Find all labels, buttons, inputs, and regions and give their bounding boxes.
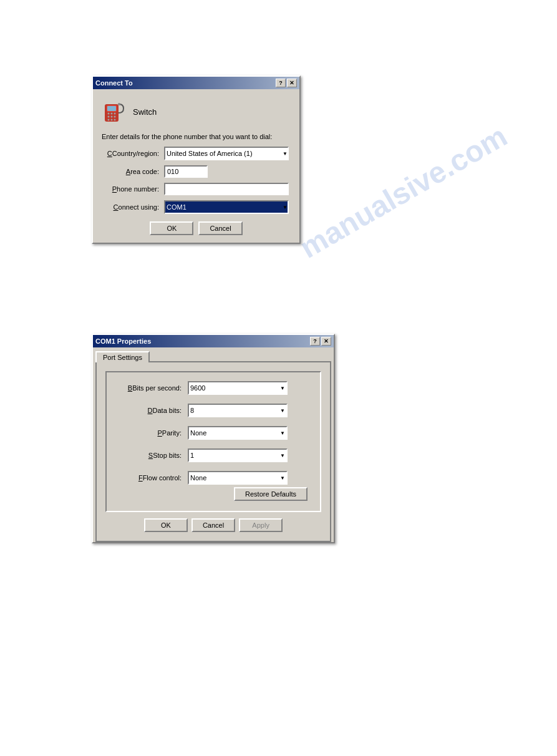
flow-control-row: FFlow control: None [119,471,308,485]
com1-titlebar-buttons: ? ✕ [310,337,331,346]
restore-defaults-button[interactable]: Restore Defaults [234,487,308,501]
connect-to-titlebar: Connect To ? ✕ [93,77,299,89]
settings-panel: BBits per second: 9600 DData bits: 8 [105,371,321,512]
data-bits-select[interactable]: 8 [188,404,288,417]
svg-point-11 [114,119,116,121]
connect-to-body: Switch Enter details for the phone numbe… [93,89,299,243]
svg-point-5 [114,113,116,115]
country-select-wrapper: United States of America (1) [164,147,289,160]
svg-point-8 [114,116,116,118]
bits-per-second-row: BBits per second: 9600 [119,381,308,395]
help-button[interactable]: ? [276,79,286,87]
connect-to-dialog: Connect To ? ✕ [92,75,301,244]
com1-bottom-buttons: OK Cancel Apply [105,518,321,532]
parity-select[interactable]: None [188,426,288,440]
data-bits-label: DData bits: [119,407,188,414]
country-select[interactable]: United States of America (1) [164,147,289,160]
phone-icon-area: Switch [102,97,291,127]
bits-select[interactable]: 9600 [188,381,288,395]
connect-using-row: Connect using: COM1 [102,200,291,214]
stop-bits-label: SStop bits: [119,452,188,459]
connect-using-wrapper: COM1 [164,200,289,214]
stop-bits-wrapper: 1 [188,448,288,462]
phone-number-row: Phone number: [102,183,291,195]
stop-bits-row: SStop bits: 1 [119,448,308,462]
flow-control-wrapper: None [188,471,288,485]
svg-point-7 [111,116,113,118]
svg-point-10 [111,119,113,121]
flow-control-select[interactable]: None [188,471,288,485]
connect-to-title: Connect To [95,79,133,87]
parity-label: PParity: [119,429,188,437]
country-row: CCountry/region: United States of Americ… [102,147,291,160]
connect-using-label: Connect using: [102,203,164,211]
titlebar-buttons: ? ✕ [276,79,297,87]
tab-port-settings[interactable]: Port Settings [95,351,150,362]
close-button[interactable]: ✕ [287,79,297,87]
com1-apply-button[interactable]: Apply [239,518,283,532]
connect-using-select[interactable]: COM1 [164,200,289,214]
parity-row: PParity: None [119,426,308,440]
svg-point-6 [108,116,110,118]
bits-label: BBits per second: [119,384,188,392]
svg-point-12 [118,103,120,105]
phone-icon [102,99,127,124]
connect-to-buttons: OK Cancel [102,221,291,235]
stop-bits-select[interactable]: 1 [188,448,288,462]
ok-button[interactable]: OK [150,221,193,235]
svg-point-3 [108,113,110,115]
cancel-button[interactable]: Cancel [198,221,242,235]
area-code-row: Area code: [102,165,291,178]
watermark: manualsive.com [294,119,513,264]
svg-point-9 [108,119,110,121]
com1-help-button[interactable]: ? [310,337,320,346]
parity-wrapper: None [188,426,288,440]
com1-title: COM1 Properties [95,337,151,345]
com1-properties-dialog: COM1 Properties ? ✕ Port Settings BBits … [92,334,335,543]
bits-select-wrapper: 9600 [188,381,288,395]
data-bits-wrapper: 8 [188,404,288,417]
com1-ok-button[interactable]: OK [144,518,188,532]
area-code-label: Area code: [102,168,164,175]
svg-point-4 [111,113,113,115]
com1-titlebar: COM1 Properties ? ✕ [93,335,334,347]
flow-control-label: FFlow control: [119,474,188,482]
country-label: CCountry/region: [102,150,164,157]
instruction-text: Enter details for the phone number that … [102,133,291,140]
svg-rect-2 [107,106,116,111]
com1-close-button[interactable]: ✕ [321,337,331,346]
area-code-input[interactable] [164,165,208,178]
restore-btn-row: Restore Defaults [119,487,308,501]
com1-cancel-button[interactable]: Cancel [191,518,235,532]
tab-strip: Port Settings [93,347,334,361]
tab-content: BBits per second: 9600 DData bits: 8 [95,361,331,542]
switch-label: Switch [133,107,157,117]
phone-number-input[interactable] [164,183,289,195]
data-bits-row: DData bits: 8 [119,404,308,417]
phone-number-label: Phone number: [102,185,164,193]
